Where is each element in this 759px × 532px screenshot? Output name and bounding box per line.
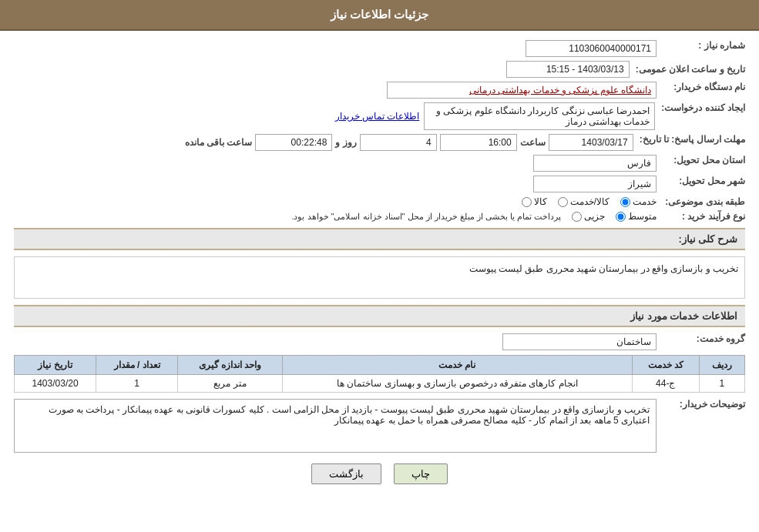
- cell-date: 1403/03/20: [15, 375, 96, 393]
- cell-unit: متر مربع: [178, 375, 283, 393]
- button-group: چاپ بازگشت: [14, 463, 745, 484]
- need-number-label: شماره نیاز :: [657, 40, 745, 51]
- category-row: طبقه بندی موضوعی: کالا کالا/خدمت خدمت: [14, 196, 745, 207]
- days-label: روز و: [335, 137, 356, 148]
- col-date: تاریخ نیاز: [15, 356, 96, 375]
- date-announce-row: تاریخ و ساعت اعلان عمومی: 1403/03/13 - 1…: [14, 61, 745, 78]
- remaining-label: ساعت باقی مانده: [185, 137, 253, 148]
- service-group-row: گروه خدمت: ساختمان: [14, 333, 745, 350]
- province-label: استان محل تحویل:: [657, 155, 745, 166]
- cell-code: ج-44: [632, 375, 699, 393]
- time-label: ساعت: [520, 137, 546, 148]
- creator-label: ایجاد کننده درخواست:: [655, 102, 745, 113]
- buyer-desc-label: توضیحات خریدار:: [657, 399, 745, 410]
- cell-row: 1: [699, 375, 744, 393]
- category-khedmat-radio[interactable]: [620, 197, 630, 207]
- deadline-days: 4: [360, 134, 437, 151]
- col-name: نام خدمت: [282, 356, 632, 375]
- deadline-remaining: 00:22:48: [255, 134, 332, 151]
- deadline-time: 16:00: [440, 134, 517, 151]
- city-value: شیراز: [533, 176, 657, 192]
- need-desc-content: تخریب و بازسازی واقع در بیمارستان شهید م…: [14, 256, 745, 299]
- back-button[interactable]: بازگشت: [311, 463, 381, 484]
- contact-link[interactable]: اطلاعات تماس خریدار: [335, 111, 420, 122]
- purchase-type-desc: پرداخت تمام یا بخشی از مبلغ خریدار از مح…: [291, 212, 561, 222]
- services-table: ردیف کد خدمت نام خدمت واحد اندازه گیری ت…: [14, 355, 745, 393]
- purchase-jozii-radio[interactable]: [572, 212, 582, 222]
- creator-row: ایجاد کننده درخواست: احمدرضا عباسی نزنگی…: [14, 102, 745, 130]
- category-kala-radio[interactable]: [522, 197, 532, 207]
- need-number-row: شماره نیاز : 1103060040000171: [14, 40, 745, 57]
- province-value: فارس: [533, 155, 657, 172]
- purchase-radio-group: جزیی متوسط: [572, 211, 657, 222]
- service-group-label: گروه خدمت:: [657, 333, 745, 344]
- need-desc-section-title: شرح کلی نیاز:: [14, 228, 745, 250]
- need-desc-area: تخریب و بازسازی واقع در بیمارستان شهید م…: [14, 256, 745, 299]
- col-qty: تعداد / مقدار: [96, 356, 178, 375]
- purchase-jozii-label: جزیی: [584, 211, 605, 222]
- category-option-kaladamad[interactable]: کالا/خدمت: [558, 196, 610, 207]
- city-row: شهر محل تحویل: شیراز: [14, 176, 745, 192]
- buyer-desc-content: تخریب و بازسازی واقع در بیمارستان شهید م…: [14, 399, 657, 453]
- purchase-type-label: نوع فرآیند خرید :: [657, 211, 745, 222]
- org-name-value[interactable]: دانشگاه علوم پزشکی و خدمات بهداشتی درمان…: [387, 82, 657, 99]
- deadline-row: مهلت ارسال پاسخ: تا تاریخ: 1403/03/17 سا…: [14, 134, 745, 151]
- purchase-motavasset-label: متوسط: [628, 211, 657, 222]
- col-code: کد خدمت: [632, 356, 699, 375]
- purchase-motavasset-radio[interactable]: [616, 212, 626, 222]
- purchase-option-jozii[interactable]: جزیی: [572, 211, 605, 222]
- deadline-date: 1403/03/17: [549, 134, 633, 151]
- date-announce-value: 1403/03/13 - 15:15: [506, 61, 630, 78]
- need-number-value: 1103060040000171: [14, 40, 657, 57]
- category-kala-label: کالا: [534, 196, 547, 207]
- need-number-input: 1103060040000171: [526, 40, 657, 57]
- province-row: استان محل تحویل: فارس: [14, 155, 745, 172]
- category-radio-group: کالا کالا/خدمت خدمت: [14, 196, 657, 207]
- service-group-value: ساختمان: [502, 333, 657, 350]
- category-label: طبقه بندی موضوعی:: [657, 196, 745, 207]
- category-khedmat-label: خدمت: [633, 196, 657, 207]
- category-kaladamad-radio[interactable]: [558, 197, 568, 207]
- deadline-label: مهلت ارسال پاسخ: تا تاریخ:: [633, 134, 745, 145]
- deadline-values: 1403/03/17 ساعت 16:00 4 روز و 00:22:48 س…: [14, 134, 633, 151]
- services-section-title: اطلاعات خدمات مورد نیاز: [14, 305, 745, 327]
- print-button[interactable]: چاپ: [394, 463, 448, 484]
- page-wrapper: جزئیات اطلاعات نیاز شماره نیاز : 1103060…: [0, 0, 759, 532]
- cell-qty: 1: [96, 375, 178, 393]
- creator-value: احمدرضا عباسی نزنگی کاربردار دانشگاه علو…: [424, 102, 655, 130]
- purchase-option-motavasset[interactable]: متوسط: [616, 211, 657, 222]
- col-row: ردیف: [699, 356, 744, 375]
- date-announce-label: تاریخ و ساعت اعلان عمومی:: [636, 64, 745, 75]
- category-kaladamad-label: کالا/خدمت: [570, 196, 610, 207]
- org-name-row: نام دستگاه خریدار: دانشگاه علوم پزشکی و …: [14, 82, 745, 99]
- page-title: جزئیات اطلاعات نیاز: [0, 0, 759, 31]
- purchase-type-row: نوع فرآیند خرید : جزیی متوسط پرداخت تمام…: [14, 211, 745, 222]
- cell-name: انجام کارهای متفرقه درخصوص بازسازی و بهس…: [282, 375, 632, 393]
- buyer-desc-row: توضیحات خریدار: تخریب و بازسازی واقع در …: [14, 399, 745, 453]
- category-option-khedmat[interactable]: خدمت: [620, 196, 657, 207]
- category-option-kala[interactable]: کالا: [522, 196, 547, 207]
- table-row: 1 ج-44 انجام کارهای متفرقه درخصوص بازساز…: [15, 375, 745, 393]
- org-name-label: نام دستگاه خریدار:: [657, 82, 745, 92]
- col-unit: واحد اندازه گیری: [178, 356, 283, 375]
- city-label: شهر محل تحویل:: [657, 176, 745, 186]
